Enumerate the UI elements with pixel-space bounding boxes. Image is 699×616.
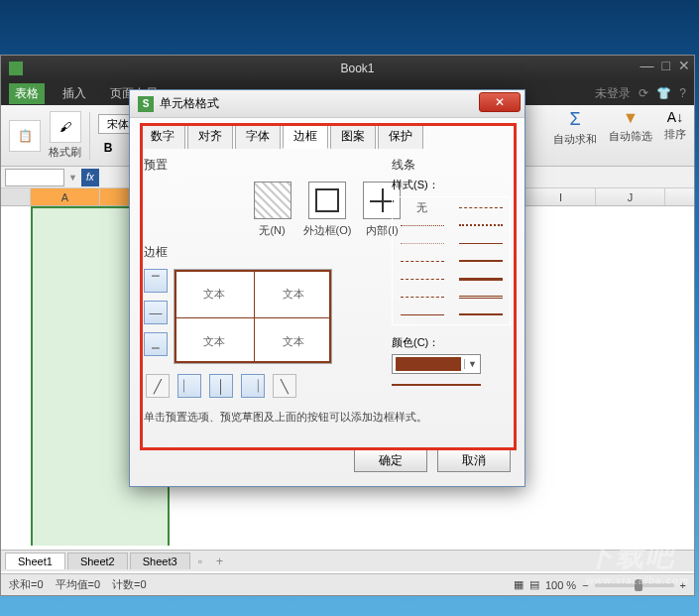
line-style-none[interactable]: 无: [397, 201, 447, 213]
preset-none-label: 无(N): [259, 223, 285, 238]
preview-cell: 文本: [175, 317, 254, 365]
tab-font[interactable]: 字体: [235, 124, 281, 149]
line-style-option[interactable]: [397, 291, 447, 303]
line-style-option[interactable]: [455, 291, 506, 303]
border-bottom-button[interactable]: ⎽: [144, 332, 168, 356]
login-status[interactable]: 未登录: [595, 85, 631, 102]
sort-label[interactable]: 排序: [664, 127, 686, 142]
maximize-button[interactable]: □: [662, 58, 670, 73]
app-titlebar: Book1 — □ ✕: [1, 56, 694, 81]
doc-icon: [9, 62, 23, 75]
bold-button[interactable]: B: [98, 138, 118, 158]
hint-text: 单击预置选项、预览草图及上面的按钮可以添加边框样式。: [144, 410, 511, 425]
preview-cell: 文本: [254, 317, 333, 365]
separator: [89, 112, 90, 160]
line-style-option[interactable]: [397, 219, 447, 231]
dialog-titlebar[interactable]: S 单元格格式 ✕: [130, 90, 524, 118]
tab-number[interactable]: 数字: [140, 124, 185, 149]
line-section-label: 线条: [392, 157, 511, 174]
sync-icon[interactable]: ⟳: [639, 86, 648, 100]
line-style-option[interactable]: [455, 308, 506, 320]
dialog-tabs: 数字 对齐 字体 边框 图案 保护: [130, 118, 524, 149]
sheet-tab[interactable]: Sheet2: [67, 553, 128, 569]
chevron-down-icon: ▼: [464, 359, 480, 369]
line-style-option[interactable]: [397, 237, 447, 249]
preset-outer-label: 外边框(O): [303, 223, 352, 238]
cancel-button[interactable]: 取消: [437, 448, 511, 472]
shirt-icon[interactable]: 👕: [656, 86, 671, 100]
dialog-app-icon: S: [138, 96, 154, 112]
help-icon[interactable]: ?: [679, 86, 686, 100]
color-label: 颜色(C)：: [392, 335, 511, 350]
format-painter-button[interactable]: 🖌: [50, 111, 81, 143]
color-swatch: [396, 357, 461, 371]
tab-pattern[interactable]: 图案: [330, 124, 376, 149]
dialog-title: 单元格格式: [160, 95, 219, 112]
tab-protect[interactable]: 保护: [378, 124, 423, 149]
line-style-list: 无: [392, 196, 511, 325]
watermark: 下载吧 www.xiazaiba.com: [586, 538, 689, 586]
sheet-tab[interactable]: Sheet3: [130, 553, 190, 569]
status-sum: 求和=0: [9, 577, 44, 592]
close-button[interactable]: ✕: [678, 58, 690, 73]
name-box[interactable]: [5, 169, 64, 186]
border-diag-down-button[interactable]: ╲: [273, 374, 296, 398]
side-toggles-vertical: ⎺ ― ⎽: [144, 269, 168, 364]
sheet-menu-icon[interactable]: ▫: [192, 553, 208, 570]
dropdown-icon[interactable]: ▼: [68, 173, 77, 183]
line-style-option[interactable]: [455, 237, 506, 249]
color-select[interactable]: ▼: [392, 354, 481, 374]
line-preview: [392, 384, 481, 386]
window-controls: — □ ✕: [641, 58, 690, 73]
sheet-tab[interactable]: Sheet1: [5, 553, 65, 569]
tab-align[interactable]: 对齐: [187, 124, 233, 149]
col-header[interactable]: I: [526, 188, 596, 205]
cell-format-dialog: S 单元格格式 ✕ 数字 对齐 字体 边框 图案 保护 预置 无(N) 外边框(…: [129, 89, 525, 487]
col-header[interactable]: J: [596, 188, 665, 205]
border-left-button[interactable]: ⎸: [177, 374, 201, 398]
menu-insert[interactable]: 插入: [57, 83, 92, 104]
style-label: 样式(S)：: [392, 178, 511, 192]
status-avg: 平均值=0: [56, 577, 101, 592]
view-page-icon[interactable]: ▤: [529, 578, 539, 591]
preset-outer-button[interactable]: [308, 182, 346, 219]
border-top-button[interactable]: ⎺: [144, 269, 168, 293]
autofilter-label[interactable]: 自动筛选: [609, 129, 652, 144]
border-hmid-button[interactable]: ―: [144, 301, 168, 324]
dialog-body: 预置 无(N) 外边框(O) 内部(I) 边框 ⎺ ― ⎽: [130, 149, 524, 438]
line-style-option[interactable]: [397, 255, 447, 267]
dialog-buttons: 确定 取消: [130, 438, 524, 486]
zoom-value: 100 %: [545, 579, 576, 591]
add-sheet-button[interactable]: +: [210, 553, 229, 570]
fx-icon[interactable]: fx: [81, 169, 99, 186]
border-right-button[interactable]: ⎹: [241, 374, 265, 398]
line-style-option[interactable]: [455, 201, 506, 213]
preset-none-button[interactable]: [254, 182, 291, 219]
dialog-close-button[interactable]: ✕: [479, 92, 521, 112]
line-panel: 线条 样式(S)： 无 颜色(C)：: [392, 157, 511, 386]
doc-title: Book1: [29, 62, 686, 75]
preview-cell: 文本: [175, 270, 254, 317]
view-normal-icon[interactable]: ▦: [514, 578, 524, 591]
status-count: 计数=0: [112, 577, 147, 592]
ok-button[interactable]: 确定: [354, 448, 427, 472]
border-diag-up-button[interactable]: ╱: [146, 374, 170, 398]
line-style-option[interactable]: [455, 273, 506, 285]
line-style-option[interactable]: [397, 308, 447, 320]
menu-home[interactable]: 表格: [9, 83, 45, 104]
border-preview[interactable]: 文本 文本 文本 文本: [174, 269, 332, 364]
autosum-label[interactable]: 自动求和: [553, 132, 597, 147]
paste-button[interactable]: 📋: [9, 120, 41, 152]
line-style-option[interactable]: [455, 255, 506, 267]
select-all-corner[interactable]: [1, 188, 31, 205]
border-vmid-button[interactable]: │: [209, 374, 233, 398]
preview-cell: 文本: [254, 270, 333, 317]
minimize-button[interactable]: —: [641, 58, 654, 73]
line-style-option[interactable]: [397, 273, 447, 285]
line-style-option[interactable]: [455, 219, 506, 231]
tab-border[interactable]: 边框: [283, 124, 328, 149]
col-header[interactable]: A: [31, 188, 100, 205]
format-painter-label: 格式刷: [49, 145, 81, 160]
